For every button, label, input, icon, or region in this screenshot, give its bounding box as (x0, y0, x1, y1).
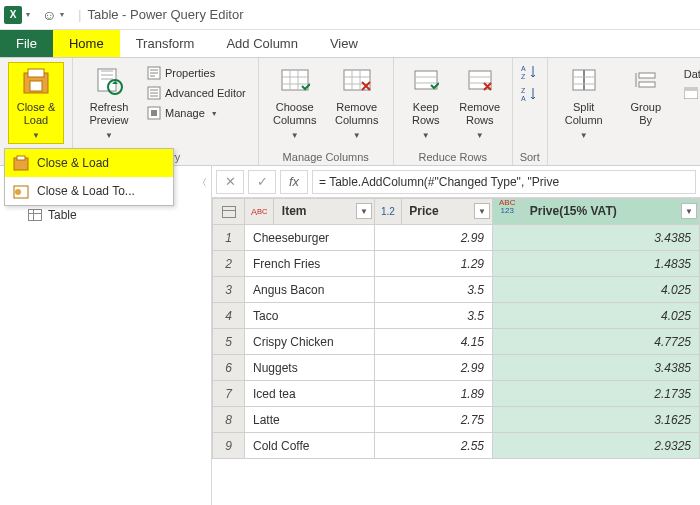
close-load-icon (13, 155, 29, 171)
smiley-icon[interactable]: ☺ (42, 7, 56, 23)
titlebar: X ▾ ☺ ▾ | Table - Power Query Editor (0, 0, 700, 30)
cancel-formula-button[interactable]: ✕ (216, 170, 244, 194)
row-number[interactable]: 4 (213, 303, 245, 329)
cell-vat[interactable]: 3.4385 (493, 225, 700, 251)
close-and-load-button[interactable]: Close & Load ▼ (8, 62, 64, 144)
table-row[interactable]: 8Latte2.753.1625 (213, 407, 700, 433)
cell-item[interactable]: Crispy Chicken (245, 329, 375, 355)
split-column-button[interactable]: Split Column ▼ (556, 62, 612, 144)
advanced-editor-icon (147, 86, 161, 100)
table-row[interactable]: 5Crispy Chicken4.154.7725 (213, 329, 700, 355)
table-row[interactable]: 2French Fries1.291.4835 (213, 251, 700, 277)
cell-item[interactable]: Cheeseburger (245, 225, 375, 251)
cell-price[interactable]: 2.55 (375, 433, 493, 459)
row-number[interactable]: 8 (213, 407, 245, 433)
svg-rect-19 (639, 82, 655, 87)
cell-vat[interactable]: 3.4385 (493, 355, 700, 381)
properties-button[interactable]: Properties (143, 64, 250, 82)
table-row[interactable]: 6Nuggets2.993.4385 (213, 355, 700, 381)
remove-columns-label: Remove Columns (335, 101, 378, 127)
refresh-preview-button[interactable]: Refresh Preview ▼ (81, 62, 137, 144)
cell-price[interactable]: 1.29 (375, 251, 493, 277)
type-any-icon[interactable]: ABC123 (499, 199, 522, 224)
remove-columns-button[interactable]: Remove Columns ▼ (329, 62, 385, 144)
cell-price[interactable]: 2.99 (375, 225, 493, 251)
group-by-button[interactable]: Group By (618, 62, 674, 130)
advanced-editor-button[interactable]: Advanced Editor (143, 84, 250, 102)
cell-vat[interactable]: 2.9325 (493, 433, 700, 459)
sort-asc-button[interactable]: AZ (519, 62, 541, 82)
cell-item[interactable]: Iced tea (245, 381, 375, 407)
filter-button[interactable]: ▼ (681, 203, 697, 219)
tab-home[interactable]: Home (53, 30, 120, 57)
cell-price[interactable]: 1.89 (375, 381, 493, 407)
cell-item[interactable]: Nuggets (245, 355, 375, 381)
cell-vat[interactable]: 2.1735 (493, 381, 700, 407)
qat-dropdown-2[interactable]: ▾ (60, 10, 64, 19)
cell-item[interactable]: Latte (245, 407, 375, 433)
tab-file[interactable]: File (0, 30, 53, 57)
column-header-item[interactable]: ABC Item ▼ (245, 199, 375, 225)
cell-price[interactable]: 2.99 (375, 355, 493, 381)
data-type-button[interactable]: Data Typ (680, 66, 700, 82)
ribbon-group-transform: Split Column ▼ Group By Data Typ Use Fir… (548, 58, 700, 165)
cell-vat[interactable]: 4.025 (493, 277, 700, 303)
use-first-row-button[interactable]: Use First (680, 84, 700, 102)
sort-desc-button[interactable]: ZA (519, 84, 541, 104)
column-header-vat[interactable]: ABC123 Prive(15% VAT) ▼ (493, 199, 700, 225)
accept-formula-button[interactable]: ✓ (248, 170, 276, 194)
content-area: ✕ ✓ fx = Table.AddColumn(#"Changed Type"… (212, 166, 700, 505)
cell-item[interactable]: French Fries (245, 251, 375, 277)
qat-dropdown[interactable]: ▾ (26, 10, 30, 19)
collapse-sidebar-button[interactable]: 〈 (197, 176, 207, 190)
menu-close-load[interactable]: Close & Load (5, 149, 173, 177)
cell-item[interactable]: Taco (245, 303, 375, 329)
tab-view[interactable]: View (314, 30, 374, 57)
svg-rect-23 (17, 156, 25, 160)
choose-columns-button[interactable]: Choose Columns ▼ (267, 62, 323, 144)
cell-price[interactable]: 2.75 (375, 407, 493, 433)
grid-corner[interactable] (213, 199, 245, 225)
filter-button[interactable]: ▼ (356, 203, 372, 219)
close-load-to-icon (13, 183, 29, 199)
cell-vat[interactable]: 4.7725 (493, 329, 700, 355)
table-row[interactable]: 1Cheeseburger2.993.4385 (213, 225, 700, 251)
table-row[interactable]: 4Taco3.54.025 (213, 303, 700, 329)
group-label-transform: Transfo (556, 149, 700, 163)
cell-vat[interactable]: 4.025 (493, 303, 700, 329)
group-label-reduce-rows: Reduce Rows (402, 149, 504, 163)
cell-vat[interactable]: 1.4835 (493, 251, 700, 277)
table-row[interactable]: 7Iced tea1.892.1735 (213, 381, 700, 407)
row-number[interactable]: 1 (213, 225, 245, 251)
type-text-icon[interactable]: ABC (251, 199, 274, 224)
column-header-price[interactable]: 1.2 Price ▼ (375, 199, 493, 225)
formula-input[interactable]: = Table.AddColumn(#"Changed Type", "Priv… (312, 170, 696, 194)
svg-rect-1 (28, 69, 44, 77)
menu-close-load-to[interactable]: Close & Load To... (5, 177, 173, 205)
table-row[interactable]: 3Angus Bacon3.54.025 (213, 277, 700, 303)
table-row[interactable]: 9Cold Coffe2.552.9325 (213, 433, 700, 459)
chevron-down-icon: ▼ (32, 131, 40, 141)
svg-rect-2 (30, 81, 42, 91)
tab-transform[interactable]: Transform (120, 30, 211, 57)
cell-price[interactable]: 3.5 (375, 303, 493, 329)
choose-columns-icon (279, 65, 311, 97)
cell-price[interactable]: 3.5 (375, 277, 493, 303)
remove-rows-button[interactable]: Remove Rows ▼ (456, 62, 504, 144)
row-number[interactable]: 7 (213, 381, 245, 407)
row-number[interactable]: 9 (213, 433, 245, 459)
cell-item[interactable]: Cold Coffe (245, 433, 375, 459)
filter-button[interactable]: ▼ (474, 203, 490, 219)
keep-rows-button[interactable]: Keep Rows ▼ (402, 62, 450, 144)
type-decimal-icon[interactable]: 1.2 (381, 199, 402, 224)
cell-price[interactable]: 4.15 (375, 329, 493, 355)
tab-add-column[interactable]: Add Column (210, 30, 314, 57)
row-number[interactable]: 6 (213, 355, 245, 381)
cell-vat[interactable]: 3.1625 (493, 407, 700, 433)
row-number[interactable]: 3 (213, 277, 245, 303)
fx-button[interactable]: fx (280, 170, 308, 194)
row-number[interactable]: 5 (213, 329, 245, 355)
manage-button[interactable]: Manage ▼ (143, 104, 250, 122)
cell-item[interactable]: Angus Bacon (245, 277, 375, 303)
row-number[interactable]: 2 (213, 251, 245, 277)
